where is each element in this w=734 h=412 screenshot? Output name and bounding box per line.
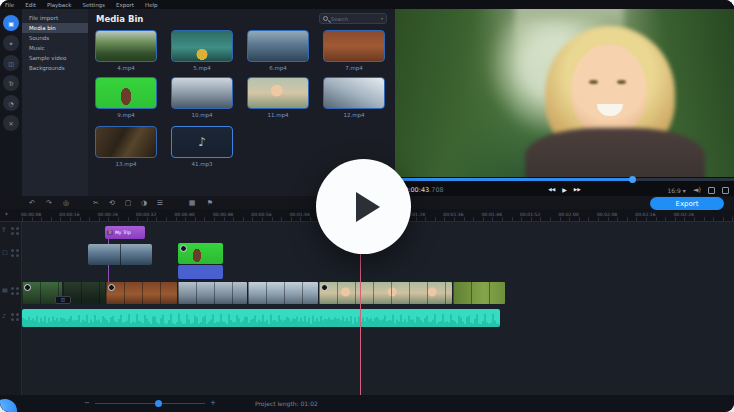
media-item-5.mp4[interactable] — [171, 30, 233, 62]
toggle-dot[interactable] — [16, 287, 19, 290]
import-item-sample-video[interactable]: Sample video — [22, 53, 88, 63]
split-icon[interactable]: ✂ — [90, 198, 102, 208]
properties-icon[interactable]: ☰ — [154, 198, 166, 208]
toggle-dot[interactable] — [16, 318, 19, 321]
record-icon[interactable]: ◎ — [60, 198, 72, 208]
zoom-slider[interactable] — [95, 403, 205, 404]
unpin-icon[interactable] — [708, 187, 715, 194]
track-gutter: T▢▤♪ — [0, 222, 22, 395]
preview-video[interactable] — [395, 8, 734, 177]
toggle-dot[interactable] — [11, 227, 14, 230]
media-item-4.mp4[interactable] — [95, 30, 157, 62]
import-item-music[interactable]: Music — [22, 43, 88, 53]
track-toggles[interactable] — [11, 313, 19, 321]
audio-clip[interactable] — [22, 309, 500, 327]
title-clip-badge: Tr — [107, 230, 113, 235]
snap-icon[interactable]: * — [5, 211, 8, 218]
toggle-dot[interactable] — [11, 313, 14, 316]
toggle-dot[interactable] — [16, 249, 19, 252]
toggle-dot[interactable] — [16, 232, 19, 235]
toggle-dot[interactable] — [16, 227, 19, 230]
next-frame-button[interactable]: ▶▶ — [574, 188, 581, 193]
media-item-12.mp4[interactable] — [323, 77, 385, 109]
crop-icon[interactable]: ▢ — [122, 198, 134, 208]
redo-icon[interactable]: ↷ — [43, 198, 55, 208]
import-item-file-import[interactable]: File import — [22, 13, 88, 23]
import-item-media-bin[interactable]: Media bin — [22, 23, 88, 33]
video-clip-woman[interactable] — [319, 282, 452, 304]
marker-icon[interactable]: ⚑ — [204, 198, 216, 208]
media-item-41.mp3[interactable]: ♪ — [171, 126, 233, 158]
overlay-linked-audio[interactable] — [178, 265, 223, 279]
video-clip-field[interactable] — [453, 282, 505, 304]
menu-item-help[interactable]: Help — [145, 2, 158, 8]
zoom-slider-handle[interactable] — [155, 400, 162, 407]
woman-eye-right — [617, 80, 626, 84]
video-clip-snow2[interactable] — [248, 282, 318, 304]
aspect-ratio-select[interactable]: 16:9 ▾ — [667, 187, 685, 194]
menu-item-file[interactable]: File — [5, 2, 14, 8]
toggle-dot[interactable] — [16, 254, 19, 257]
toggle-dot[interactable] — [11, 232, 14, 235]
menu-item-edit[interactable]: Edit — [25, 2, 36, 8]
export-button[interactable]: Export — [650, 197, 724, 210]
overlay-clip-lake[interactable] — [88, 244, 152, 265]
play-button[interactable]: ▶ — [562, 187, 567, 193]
media-item-10.mp4[interactable] — [171, 77, 233, 109]
toggle-dot[interactable] — [16, 292, 19, 295]
transition-badge[interactable]: ◫ — [55, 296, 71, 304]
chevron-down-icon: ▾ — [381, 16, 383, 21]
rail-tools-icon[interactable]: ✕ — [3, 115, 19, 131]
menu-item-export[interactable]: Export — [116, 2, 134, 8]
video-track-icon: ▤ — [2, 286, 8, 293]
media-item-label: 4.mp4 — [95, 65, 157, 71]
menu-item-settings[interactable]: Settings — [82, 2, 105, 8]
title-clip[interactable]: Tr My Trip — [105, 226, 145, 239]
toggle-dot[interactable] — [11, 292, 14, 295]
search-input[interactable] — [331, 16, 381, 22]
rail-filters-icon[interactable]: ✦ — [3, 35, 19, 51]
audio-track-icon: ♪ — [2, 312, 6, 319]
search-box[interactable]: ▾ — [319, 13, 387, 24]
ruler-label: 00:02:16 — [635, 212, 655, 217]
volume-icon[interactable]: ◄) — [693, 187, 701, 194]
import-item-backgrounds[interactable]: Backgrounds — [22, 63, 88, 73]
rail-transitions-icon[interactable]: ◫ — [3, 55, 19, 71]
toggle-dot[interactable] — [16, 313, 19, 316]
video-clip-desert[interactable] — [106, 282, 177, 304]
rail-media-import-icon[interactable]: ▣ — [3, 15, 19, 31]
import-item-sounds[interactable]: Sounds — [22, 33, 88, 43]
media-item-11.mp4[interactable] — [247, 77, 309, 109]
media-item-13.mp4[interactable] — [95, 126, 157, 158]
menu-item-playback[interactable]: Playback — [47, 2, 72, 8]
seek-bar[interactable] — [395, 178, 734, 181]
zoom-out-button[interactable]: − — [84, 400, 90, 407]
toggle-dot[interactable] — [11, 254, 14, 257]
snapshot-icon[interactable]: ▦ — [186, 198, 198, 208]
track-toggles[interactable] — [11, 287, 19, 295]
toggle-dot[interactable] — [11, 287, 14, 290]
play-overlay-button[interactable] — [316, 159, 411, 254]
media-item-6.mp4[interactable] — [247, 30, 309, 62]
rotate-icon[interactable]: ⟲ — [106, 198, 118, 208]
undo-icon[interactable]: ↶ — [26, 198, 38, 208]
color-icon[interactable]: ◑ — [138, 198, 150, 208]
toggle-dot[interactable] — [11, 318, 14, 321]
rail-titles-icon[interactable]: Tr — [3, 75, 19, 91]
rail-stickers-icon[interactable]: ◔ — [3, 95, 19, 111]
media-item-label: 6.mp4 — [247, 65, 309, 71]
prev-frame-button[interactable]: ◀◀ — [548, 188, 555, 193]
track-toggles[interactable] — [11, 227, 19, 235]
ruler-label: 00:00:32 — [136, 212, 156, 217]
toggle-dot[interactable] — [11, 249, 14, 252]
zoom-in-button[interactable]: + — [210, 400, 216, 407]
clip-badge — [108, 284, 115, 291]
clip-badge — [321, 284, 328, 291]
video-clip-snow1[interactable] — [178, 282, 247, 304]
track-toggles[interactable] — [11, 249, 19, 257]
preview-panel: 00:00:43.708 ◀◀ ▶ ▶▶ 16:9 ▾ ◄) — [395, 0, 734, 212]
media-item-9.mp4[interactable] — [95, 77, 157, 109]
media-item-7.mp4[interactable] — [323, 30, 385, 62]
fullscreen-icon[interactable] — [722, 187, 729, 194]
seek-handle[interactable] — [629, 176, 636, 183]
